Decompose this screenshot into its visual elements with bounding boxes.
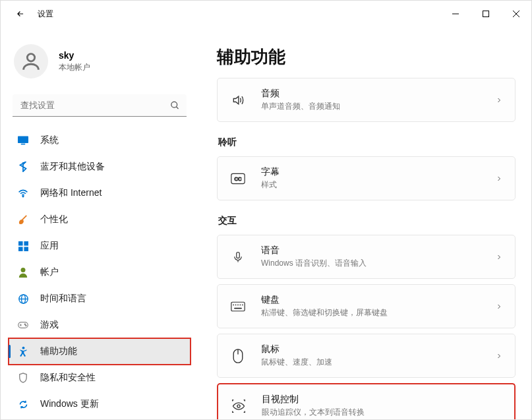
sidebar-item-label: 应用 — [40, 240, 59, 252]
sidebar-item-label: 个性化 — [40, 214, 68, 225]
card-title: 语音 — [261, 245, 495, 256]
sidebar-item-label: 帐户 — [40, 266, 59, 278]
svg-point-37 — [237, 404, 240, 407]
profile-block[interactable]: sky 本地帐户 — [9, 32, 191, 94]
card-eye-control[interactable]: 目视控制 眼动追踪仪，文本到语音转换 — [217, 383, 516, 419]
brush-icon — [18, 214, 28, 225]
chevron-right-icon — [495, 253, 503, 261]
bluetooth-icon — [18, 162, 28, 172]
svg-point-5 — [171, 102, 177, 107]
access-icon — [18, 346, 28, 357]
search-input[interactable] — [13, 94, 187, 117]
sidebar-item-apps[interactable]: 应用 — [9, 233, 191, 259]
nav-list: 系统蓝牙和其他设备网络和 Internet个性化应用帐户时间和语言游戏辅助功能隐… — [9, 127, 191, 419]
card-title: 音频 — [261, 88, 495, 100]
card-mouse[interactable]: 鼠标 鼠标键、速度、加速 — [217, 334, 516, 378]
person-icon — [18, 267, 28, 278]
main-content: 辅助功能 音频 单声道音频、音频通知 聆听 CC 字幕 样式 — [198, 27, 531, 419]
svg-line-6 — [176, 107, 178, 109]
window-controls — [440, 3, 531, 24]
eye-icon — [230, 399, 247, 413]
globe-icon — [18, 293, 28, 304]
card-caption[interactable]: CC 字幕 样式 — [217, 156, 516, 200]
search-icon — [170, 101, 180, 111]
back-button[interactable] — [9, 2, 32, 26]
person-icon — [20, 50, 42, 73]
section-interact: 交互 — [218, 215, 516, 227]
wifi-icon — [18, 188, 28, 198]
card-sub: Windows 语音识别、语音输入 — [261, 258, 495, 269]
sidebar-item-system[interactable]: 系统 — [9, 127, 191, 154]
svg-point-21 — [24, 324, 25, 324]
card-title: 鼠标 — [261, 344, 495, 355]
mic-icon — [229, 250, 247, 264]
card-speech[interactable]: 语音 Windows 语音识别、语音输入 — [217, 235, 516, 279]
avatar — [14, 44, 48, 78]
card-keyboard[interactable]: 键盘 粘滞键、筛选键和切换键，屏幕键盘 — [217, 284, 516, 328]
card-sub: 眼动追踪仪，文本到语音转换 — [262, 407, 502, 418]
sidebar-item-label: 隐私和安全性 — [40, 372, 96, 384]
card-sub: 鼠标键、速度、加速 — [261, 357, 495, 368]
game-icon — [18, 320, 28, 330]
update-icon — [18, 399, 28, 409]
sidebar-item-access[interactable]: 辅助功能 — [9, 338, 191, 365]
card-title: 字幕 — [261, 166, 495, 178]
maximize-button[interactable] — [471, 3, 501, 24]
sidebar-item-label: 蓝牙和其他设备 — [40, 161, 105, 173]
sidebar-item-account[interactable]: 帐户 — [9, 259, 191, 285]
sidebar-item-label: 辅助功能 — [40, 345, 77, 357]
sidebar-item-personal[interactable]: 个性化 — [9, 206, 191, 233]
svg-point-14 — [21, 268, 26, 272]
keyboard-icon — [229, 301, 247, 312]
sidebar-item-update[interactable]: Windows 更新 — [9, 391, 191, 417]
svg-point-4 — [27, 54, 34, 61]
svg-rect-12 — [18, 247, 23, 251]
svg-rect-13 — [24, 247, 28, 251]
card-sub: 样式 — [261, 179, 495, 191]
chevron-right-icon — [495, 175, 503, 183]
mouse-icon — [229, 349, 247, 363]
search-box[interactable] — [13, 94, 187, 117]
chevron-right-icon — [495, 96, 503, 104]
maximize-icon — [483, 11, 489, 17]
section-listening: 聆听 — [218, 136, 516, 148]
sidebar-item-label: 时间和语言 — [40, 293, 86, 305]
apps-icon — [18, 241, 28, 251]
card-title: 目视控制 — [262, 394, 502, 405]
app-title: 设置 — [38, 9, 53, 20]
monitor-icon — [18, 135, 28, 146]
profile-name: sky — [59, 50, 90, 61]
sidebar-item-game[interactable]: 游戏 — [9, 312, 191, 338]
chevron-right-icon — [495, 352, 503, 360]
sidebar-item-bt[interactable]: 蓝牙和其他设备 — [9, 154, 191, 180]
sidebar-item-privacy[interactable]: 隐私和安全性 — [9, 365, 191, 391]
sidebar: sky 本地帐户 系统蓝牙和其他设备网络和 Internet个性化应用帐户时间和… — [1, 27, 198, 419]
chevron-right-icon — [495, 303, 503, 311]
svg-rect-7 — [18, 136, 28, 143]
sidebar-item-time[interactable]: 时间和语言 — [9, 285, 191, 312]
card-sub: 单声道音频、音频通知 — [261, 101, 495, 112]
shield-icon — [18, 373, 28, 383]
titlebar: 设置 — [1, 1, 531, 27]
svg-rect-11 — [24, 241, 28, 246]
card-sub: 粘滞键、筛选键和切换键，屏幕键盘 — [261, 307, 495, 318]
svg-rect-26 — [237, 252, 240, 258]
sidebar-item-label: 系统 — [40, 135, 59, 146]
svg-point-22 — [26, 325, 26, 326]
svg-text:CC: CC — [235, 176, 242, 182]
card-title: 键盘 — [261, 294, 495, 306]
sidebar-item-label: Windows 更新 — [40, 398, 99, 410]
sidebar-item-net[interactable]: 网络和 Internet — [9, 180, 191, 206]
arrow-left-icon — [16, 9, 25, 18]
svg-point-23 — [22, 347, 24, 349]
close-button[interactable] — [501, 3, 531, 24]
close-icon — [513, 11, 519, 17]
svg-point-9 — [22, 196, 24, 197]
svg-rect-10 — [18, 241, 23, 246]
card-audio[interactable]: 音频 单声道音频、音频通知 — [217, 78, 516, 122]
sidebar-item-label: 游戏 — [40, 319, 59, 331]
sidebar-item-label: 网络和 Internet — [40, 187, 102, 199]
cc-icon: CC — [229, 173, 247, 185]
minimize-button[interactable] — [440, 3, 471, 24]
profile-subtitle: 本地帐户 — [59, 62, 90, 73]
